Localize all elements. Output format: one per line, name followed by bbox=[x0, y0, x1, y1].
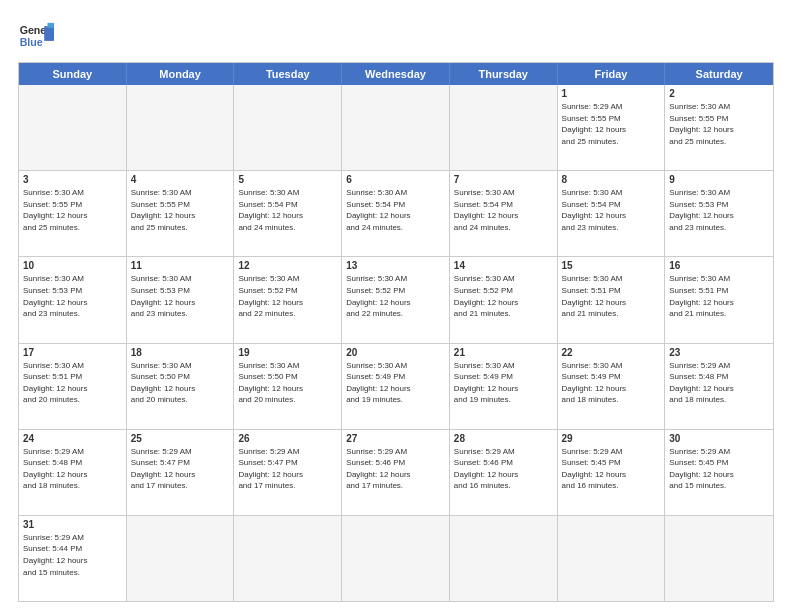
day-info-26: Sunrise: 5:29 AM Sunset: 5:47 PM Dayligh… bbox=[238, 446, 337, 492]
day-info-15: Sunrise: 5:30 AM Sunset: 5:51 PM Dayligh… bbox=[562, 273, 661, 319]
day-cell-11: 11Sunrise: 5:30 AM Sunset: 5:53 PM Dayli… bbox=[127, 257, 235, 342]
day-cell-22: 22Sunrise: 5:30 AM Sunset: 5:49 PM Dayli… bbox=[558, 344, 666, 429]
day-cell-10: 10Sunrise: 5:30 AM Sunset: 5:53 PM Dayli… bbox=[19, 257, 127, 342]
day-info-14: Sunrise: 5:30 AM Sunset: 5:52 PM Dayligh… bbox=[454, 273, 553, 319]
page: General Blue SundayMondayTuesdayWednesda… bbox=[0, 0, 792, 612]
day-info-11: Sunrise: 5:30 AM Sunset: 5:53 PM Dayligh… bbox=[131, 273, 230, 319]
day-number-8: 8 bbox=[562, 174, 661, 185]
day-info-25: Sunrise: 5:29 AM Sunset: 5:47 PM Dayligh… bbox=[131, 446, 230, 492]
day-number-31: 31 bbox=[23, 519, 122, 530]
day-info-20: Sunrise: 5:30 AM Sunset: 5:49 PM Dayligh… bbox=[346, 360, 445, 406]
day-number-22: 22 bbox=[562, 347, 661, 358]
calendar: SundayMondayTuesdayWednesdayThursdayFrid… bbox=[18, 62, 774, 602]
day-number-16: 16 bbox=[669, 260, 769, 271]
day-cell-6: 6Sunrise: 5:30 AM Sunset: 5:54 PM Daylig… bbox=[342, 171, 450, 256]
calendar-row-2: 3Sunrise: 5:30 AM Sunset: 5:55 PM Daylig… bbox=[19, 170, 773, 256]
day-number-11: 11 bbox=[131, 260, 230, 271]
day-number-5: 5 bbox=[238, 174, 337, 185]
day-number-9: 9 bbox=[669, 174, 769, 185]
day-info-22: Sunrise: 5:30 AM Sunset: 5:49 PM Dayligh… bbox=[562, 360, 661, 406]
day-number-25: 25 bbox=[131, 433, 230, 444]
day-number-28: 28 bbox=[454, 433, 553, 444]
day-number-3: 3 bbox=[23, 174, 122, 185]
day-cell-19: 19Sunrise: 5:30 AM Sunset: 5:50 PM Dayli… bbox=[234, 344, 342, 429]
day-cell-17: 17Sunrise: 5:30 AM Sunset: 5:51 PM Dayli… bbox=[19, 344, 127, 429]
day-cell-8: 8Sunrise: 5:30 AM Sunset: 5:54 PM Daylig… bbox=[558, 171, 666, 256]
empty-cell bbox=[342, 516, 450, 601]
day-number-20: 20 bbox=[346, 347, 445, 358]
day-info-1: Sunrise: 5:29 AM Sunset: 5:55 PM Dayligh… bbox=[562, 101, 661, 147]
day-number-23: 23 bbox=[669, 347, 769, 358]
day-number-17: 17 bbox=[23, 347, 122, 358]
day-number-7: 7 bbox=[454, 174, 553, 185]
empty-cell bbox=[127, 85, 235, 170]
weekday-header-wednesday: Wednesday bbox=[342, 63, 450, 85]
day-number-1: 1 bbox=[562, 88, 661, 99]
day-cell-29: 29Sunrise: 5:29 AM Sunset: 5:45 PM Dayli… bbox=[558, 430, 666, 515]
empty-cell bbox=[342, 85, 450, 170]
day-cell-23: 23Sunrise: 5:29 AM Sunset: 5:48 PM Dayli… bbox=[665, 344, 773, 429]
day-info-30: Sunrise: 5:29 AM Sunset: 5:45 PM Dayligh… bbox=[669, 446, 769, 492]
day-cell-28: 28Sunrise: 5:29 AM Sunset: 5:46 PM Dayli… bbox=[450, 430, 558, 515]
svg-marker-3 bbox=[47, 23, 54, 28]
empty-cell bbox=[558, 516, 666, 601]
day-info-17: Sunrise: 5:30 AM Sunset: 5:51 PM Dayligh… bbox=[23, 360, 122, 406]
calendar-row-5: 24Sunrise: 5:29 AM Sunset: 5:48 PM Dayli… bbox=[19, 429, 773, 515]
day-info-8: Sunrise: 5:30 AM Sunset: 5:54 PM Dayligh… bbox=[562, 187, 661, 233]
calendar-body: 1Sunrise: 5:29 AM Sunset: 5:55 PM Daylig… bbox=[19, 85, 773, 601]
day-info-18: Sunrise: 5:30 AM Sunset: 5:50 PM Dayligh… bbox=[131, 360, 230, 406]
day-cell-24: 24Sunrise: 5:29 AM Sunset: 5:48 PM Dayli… bbox=[19, 430, 127, 515]
calendar-row-3: 10Sunrise: 5:30 AM Sunset: 5:53 PM Dayli… bbox=[19, 256, 773, 342]
day-number-29: 29 bbox=[562, 433, 661, 444]
empty-cell bbox=[19, 85, 127, 170]
day-cell-5: 5Sunrise: 5:30 AM Sunset: 5:54 PM Daylig… bbox=[234, 171, 342, 256]
weekday-header-saturday: Saturday bbox=[665, 63, 773, 85]
day-cell-31: 31Sunrise: 5:29 AM Sunset: 5:44 PM Dayli… bbox=[19, 516, 127, 601]
day-info-27: Sunrise: 5:29 AM Sunset: 5:46 PM Dayligh… bbox=[346, 446, 445, 492]
day-info-12: Sunrise: 5:30 AM Sunset: 5:52 PM Dayligh… bbox=[238, 273, 337, 319]
day-cell-7: 7Sunrise: 5:30 AM Sunset: 5:54 PM Daylig… bbox=[450, 171, 558, 256]
day-cell-4: 4Sunrise: 5:30 AM Sunset: 5:55 PM Daylig… bbox=[127, 171, 235, 256]
day-number-19: 19 bbox=[238, 347, 337, 358]
day-number-2: 2 bbox=[669, 88, 769, 99]
day-cell-26: 26Sunrise: 5:29 AM Sunset: 5:47 PM Dayli… bbox=[234, 430, 342, 515]
day-info-31: Sunrise: 5:29 AM Sunset: 5:44 PM Dayligh… bbox=[23, 532, 122, 578]
day-info-24: Sunrise: 5:29 AM Sunset: 5:48 PM Dayligh… bbox=[23, 446, 122, 492]
day-cell-20: 20Sunrise: 5:30 AM Sunset: 5:49 PM Dayli… bbox=[342, 344, 450, 429]
empty-cell bbox=[665, 516, 773, 601]
day-info-28: Sunrise: 5:29 AM Sunset: 5:46 PM Dayligh… bbox=[454, 446, 553, 492]
day-info-16: Sunrise: 5:30 AM Sunset: 5:51 PM Dayligh… bbox=[669, 273, 769, 319]
day-cell-16: 16Sunrise: 5:30 AM Sunset: 5:51 PM Dayli… bbox=[665, 257, 773, 342]
day-number-4: 4 bbox=[131, 174, 230, 185]
weekday-header-sunday: Sunday bbox=[19, 63, 127, 85]
day-info-9: Sunrise: 5:30 AM Sunset: 5:53 PM Dayligh… bbox=[669, 187, 769, 233]
day-info-2: Sunrise: 5:30 AM Sunset: 5:55 PM Dayligh… bbox=[669, 101, 769, 147]
day-info-4: Sunrise: 5:30 AM Sunset: 5:55 PM Dayligh… bbox=[131, 187, 230, 233]
empty-cell bbox=[234, 516, 342, 601]
day-cell-14: 14Sunrise: 5:30 AM Sunset: 5:52 PM Dayli… bbox=[450, 257, 558, 342]
day-cell-27: 27Sunrise: 5:29 AM Sunset: 5:46 PM Dayli… bbox=[342, 430, 450, 515]
weekday-header-monday: Monday bbox=[127, 63, 235, 85]
day-number-12: 12 bbox=[238, 260, 337, 271]
generalblue-logo-icon: General Blue bbox=[18, 18, 54, 54]
day-number-6: 6 bbox=[346, 174, 445, 185]
weekday-header-friday: Friday bbox=[558, 63, 666, 85]
day-number-30: 30 bbox=[669, 433, 769, 444]
day-cell-15: 15Sunrise: 5:30 AM Sunset: 5:51 PM Dayli… bbox=[558, 257, 666, 342]
day-number-21: 21 bbox=[454, 347, 553, 358]
day-info-5: Sunrise: 5:30 AM Sunset: 5:54 PM Dayligh… bbox=[238, 187, 337, 233]
day-cell-1: 1Sunrise: 5:29 AM Sunset: 5:55 PM Daylig… bbox=[558, 85, 666, 170]
day-number-13: 13 bbox=[346, 260, 445, 271]
calendar-header: SundayMondayTuesdayWednesdayThursdayFrid… bbox=[19, 63, 773, 85]
day-cell-21: 21Sunrise: 5:30 AM Sunset: 5:49 PM Dayli… bbox=[450, 344, 558, 429]
weekday-header-thursday: Thursday bbox=[450, 63, 558, 85]
day-number-14: 14 bbox=[454, 260, 553, 271]
day-info-3: Sunrise: 5:30 AM Sunset: 5:55 PM Dayligh… bbox=[23, 187, 122, 233]
day-info-19: Sunrise: 5:30 AM Sunset: 5:50 PM Dayligh… bbox=[238, 360, 337, 406]
day-info-23: Sunrise: 5:29 AM Sunset: 5:48 PM Dayligh… bbox=[669, 360, 769, 406]
day-cell-25: 25Sunrise: 5:29 AM Sunset: 5:47 PM Dayli… bbox=[127, 430, 235, 515]
day-cell-18: 18Sunrise: 5:30 AM Sunset: 5:50 PM Dayli… bbox=[127, 344, 235, 429]
day-cell-12: 12Sunrise: 5:30 AM Sunset: 5:52 PM Dayli… bbox=[234, 257, 342, 342]
empty-cell bbox=[450, 85, 558, 170]
header: General Blue bbox=[18, 18, 774, 54]
